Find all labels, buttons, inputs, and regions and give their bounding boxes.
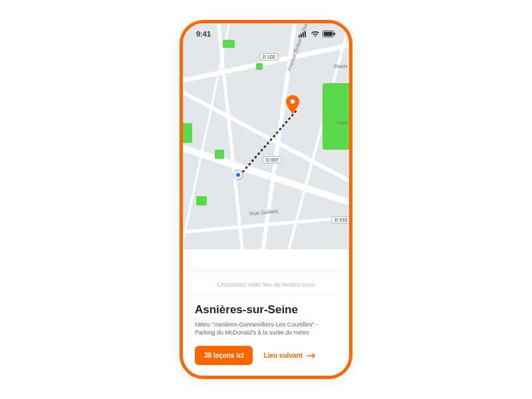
svg-point-8 xyxy=(291,99,295,103)
bottom-sheet: Choisissez votre lieu de rendez-vous Asn… xyxy=(183,272,349,376)
phone-frame: 9:41 xyxy=(180,20,352,379)
svg-line-7 xyxy=(240,110,297,175)
signal-icon xyxy=(299,31,308,37)
map-canvas[interactable]: D 102 D 907 D 910 Avenue Robert Schuman … xyxy=(183,23,349,249)
actions-row: 38 leçons ici Lieu suivant xyxy=(195,346,337,365)
street-label-gallieni: Rue Gallieni xyxy=(249,208,279,217)
destination-pin-icon[interactable] xyxy=(286,95,299,114)
svg-rect-2 xyxy=(303,33,304,37)
label-parc: Parc xyxy=(337,120,348,126)
arrow-right-icon xyxy=(307,353,316,358)
park-area xyxy=(215,150,224,159)
place-description: Métro "Asnières-Gennevilliers-Les Courti… xyxy=(195,321,337,336)
divider xyxy=(195,295,337,295)
status-icons xyxy=(299,31,336,37)
park-area xyxy=(223,40,235,48)
svg-rect-5 xyxy=(324,32,332,36)
road xyxy=(215,23,247,249)
park-area xyxy=(323,83,349,150)
svg-rect-1 xyxy=(301,34,302,37)
road xyxy=(183,39,349,85)
park-area xyxy=(183,123,192,143)
lessons-count-button[interactable]: 38 leçons ici xyxy=(195,346,253,365)
wifi-icon xyxy=(311,31,320,37)
road xyxy=(183,142,349,210)
place-title: Asnières-sur-Seine xyxy=(195,303,337,317)
next-location-label: Lieu suivant xyxy=(263,352,302,359)
battery-icon xyxy=(323,31,336,37)
svg-rect-0 xyxy=(299,35,300,37)
label-stade: Stade xyxy=(334,63,348,69)
helper-text: Choisissez votre lieu de rendez-vous xyxy=(195,281,337,288)
next-location-button[interactable]: Lieu suivant xyxy=(263,352,315,359)
status-time: 9:41 xyxy=(196,30,211,38)
park-area xyxy=(256,63,263,70)
road-badge-d102: D 102 xyxy=(259,53,279,61)
status-bar: 9:41 xyxy=(196,30,336,38)
road-badge-d910: D 910 xyxy=(331,216,349,223)
user-location-dot xyxy=(234,171,242,179)
svg-rect-3 xyxy=(305,31,306,37)
park-area xyxy=(196,196,207,205)
svg-rect-6 xyxy=(334,33,335,35)
road-badge-d907: D 907 xyxy=(263,156,282,164)
